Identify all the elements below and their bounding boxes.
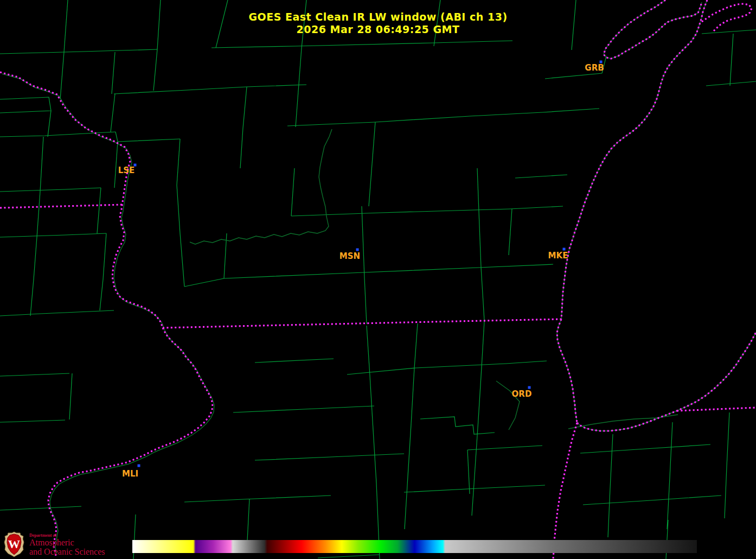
county-boundary-line <box>233 406 374 412</box>
county-boundary-line <box>414 323 418 368</box>
county-boundary-line <box>405 477 408 529</box>
county-boundary-line <box>100 280 103 310</box>
title-line-2: 2026 Mar 28 06:49:25 GMT <box>0 23 756 36</box>
county-boundary-line <box>475 420 478 468</box>
county-boundary-line <box>467 450 470 494</box>
county-boundary-line <box>545 73 602 79</box>
state-border-dotted <box>163 319 561 328</box>
station-marker-mli <box>138 465 140 467</box>
county-boundary-line <box>367 326 370 376</box>
county-boundary-line <box>706 81 756 86</box>
station-label-grb: GRB <box>585 63 604 73</box>
county-boundary-line <box>369 122 375 206</box>
county-boundary-line <box>0 49 157 54</box>
county-boundary-line <box>470 109 599 116</box>
county-boundary-line <box>111 94 115 132</box>
logo-line-1: Atmospheric <box>29 538 105 547</box>
county-boundary-line <box>291 206 563 216</box>
county-boundary-line <box>0 132 116 137</box>
station-marker-ord <box>528 386 531 389</box>
county-boundary-line <box>404 488 477 492</box>
county-boundary-line <box>177 185 184 287</box>
county-boundary-line <box>37 192 40 237</box>
county-boundary-line <box>667 422 672 529</box>
county-boundary-line <box>411 368 414 424</box>
river-shoreline <box>2 74 164 329</box>
logo-line-2: and Oceanic Sciences <box>29 547 105 556</box>
logo-text: Department of Atmospheric and Oceanic Sc… <box>29 531 105 556</box>
county-boundary-line <box>0 506 81 510</box>
station-label-ord: ORD <box>512 389 532 399</box>
county-boundary-line <box>0 97 51 113</box>
county-boundary-line <box>347 361 547 374</box>
county-boundary-line <box>114 142 118 188</box>
county-boundary-line <box>467 446 542 450</box>
temperature-colorbar <box>132 540 697 553</box>
county-boundary-line <box>224 264 553 278</box>
county-boundary-line <box>583 496 721 505</box>
station-label-lse: LSE <box>118 166 135 175</box>
uw-crest-icon: W <box>3 531 25 557</box>
county-boundary-line <box>48 111 51 137</box>
county-boundary-line <box>362 206 364 278</box>
station-marker-msn <box>356 249 359 251</box>
county-boundary-line <box>420 417 495 434</box>
county-boundary-line <box>479 212 481 268</box>
county-boundary-line <box>364 278 367 324</box>
county-boundary-line <box>478 367 482 420</box>
county-boundary-line <box>116 132 180 142</box>
satellite-viewer: LSEGRBMSNMKEORDMLI GOES East Clean IR LW… <box>0 0 756 559</box>
state-border-dotted <box>48 328 213 556</box>
county-boundary-line <box>177 139 180 185</box>
state-border-dotted <box>561 0 707 319</box>
county-boundary-line <box>580 444 710 453</box>
county-boundary-line <box>255 454 404 460</box>
county-boundary-line <box>114 85 306 94</box>
county-boundary-line <box>60 52 64 99</box>
state-border-dotted <box>0 205 123 208</box>
aos-logo: W Department of Atmospheric and Oceanic … <box>3 531 105 557</box>
county-boundary-line <box>472 468 475 516</box>
station-label-mke: MKE <box>548 251 568 261</box>
county-boundary-line <box>318 555 380 558</box>
river-shoreline <box>50 329 214 554</box>
station-label-msn: MSN <box>339 251 360 261</box>
county-boundary-line <box>291 168 294 216</box>
state-border-dotted <box>677 408 756 411</box>
county-boundary-line <box>34 237 37 280</box>
logo-dept-line: Department of <box>29 533 105 538</box>
county-boundary-line <box>477 485 545 488</box>
county-boundary-line <box>0 420 65 422</box>
county-boundary-line <box>0 373 69 376</box>
county-boundary-line <box>184 278 224 287</box>
county-boundary-line <box>103 233 106 280</box>
county-boundary-line <box>296 48 302 127</box>
county-boundary-line <box>370 376 373 430</box>
river-shoreline <box>496 381 520 430</box>
title-line-1: GOES East Clean IR LW window (ABI ch 13) <box>0 11 756 23</box>
state-border-dotted <box>0 72 163 328</box>
county-boundary-line <box>69 373 72 420</box>
svg-text:W: W <box>8 537 20 551</box>
county-boundary-line <box>477 168 479 212</box>
county-boundary-line <box>481 268 484 320</box>
river-shoreline <box>190 129 332 244</box>
county-boundary-line <box>482 321 484 367</box>
county-boundary-line <box>515 175 567 178</box>
county-boundary-line <box>373 430 376 483</box>
county-boundary-line <box>243 87 247 128</box>
county-boundary-line <box>0 233 106 237</box>
county-boundary-line <box>509 209 512 255</box>
county-boundary-line <box>112 52 115 94</box>
county-boundary-line <box>287 116 470 126</box>
county-boundary-line <box>30 280 34 316</box>
county-boundary-line <box>240 128 243 168</box>
satellite-map: LSEGRBMSNMKEORDMLI <box>0 0 756 559</box>
county-boundary-line <box>0 188 101 192</box>
state-border-dotted <box>557 319 577 423</box>
county-boundary-line <box>408 424 411 477</box>
station-label-mli: MLI <box>122 469 138 479</box>
county-boundary-line <box>184 496 331 502</box>
county-boundary-line <box>730 34 733 86</box>
image-title: GOES East Clean IR LW window (ABI ch 13)… <box>0 11 756 36</box>
